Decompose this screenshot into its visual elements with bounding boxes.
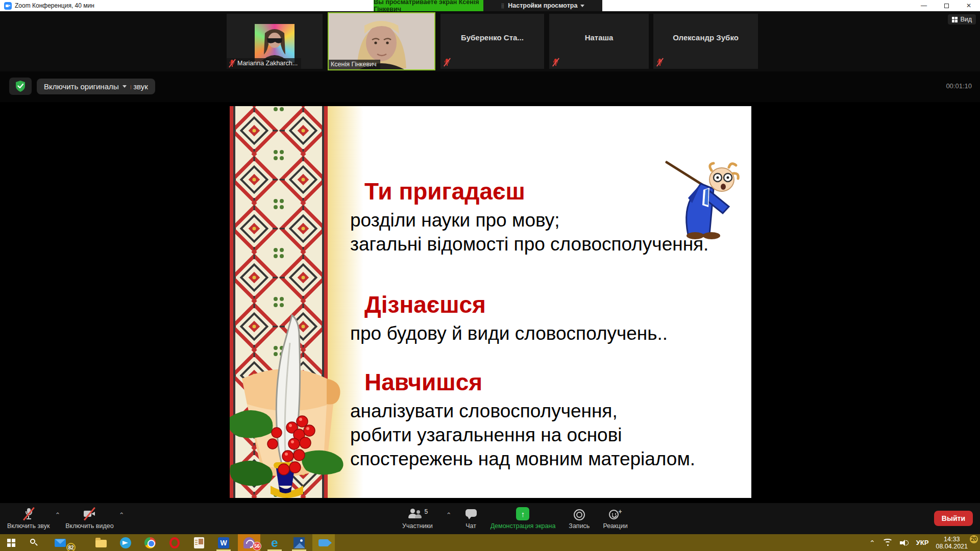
taskbar-telegram[interactable] [114,534,137,551]
record-button[interactable]: Запись [569,504,590,533]
enable-original-sound-button[interactable]: Включить оригинальный звук [37,79,155,94]
reactions-icon: + [609,508,622,520]
photos-icon [293,537,305,548]
taskbar-chrome[interactable] [139,534,161,551]
contact-card-icon [194,537,204,548]
notification-count-badge: 20 [970,535,978,543]
video-camera-icon [318,539,329,546]
speaker-icon[interactable] [900,539,909,547]
shield-check-icon [15,80,26,92]
mail-icon [55,539,66,547]
taskbar-photos-app[interactable] [288,534,310,551]
participant-avatar [255,24,295,63]
mic-muted-icon [656,58,663,66]
tray-time: 14:33 [944,536,960,543]
participants-count: 5 [425,508,428,515]
leave-meeting-button[interactable]: Выйти [934,511,973,526]
meeting-timer: 00:01:10 [946,82,972,90]
section-line: спостережень над мовним матеріалом. [350,447,695,471]
audio-options-chevron[interactable]: ⌃ [55,511,60,519]
mic-muted-icon [229,59,235,67]
chat-icon [465,508,477,520]
taskbar-clock[interactable]: 14:33 08.04.2021 [936,536,968,550]
participant-tile[interactable]: Буберенко Ста... [440,14,544,69]
slide-section: Навчишся аналізувати словосполучення, ро… [350,368,695,471]
mic-muted-icon [22,507,35,520]
taskbar-camera-app-active[interactable] [312,534,335,551]
system-tray: ⌃ УКР 14:33 08.04.2021 20 [869,534,980,551]
presentation-slide: Ти пригадаєш розділи науки про мову; заг… [230,106,751,498]
view-settings-label: Настройки просмотра [508,2,577,9]
mic-muted-icon [444,58,450,66]
taskbar-viber-active[interactable]: 56 [238,534,260,551]
quill-inkwell-viburnum [230,312,349,498]
chevron-down-icon [122,85,127,88]
taskbar-file-explorer[interactable] [90,534,112,551]
word-icon: W [218,537,229,548]
windows-logo-icon [7,539,15,547]
close-button[interactable]: ✕ [958,0,980,11]
taskbar-word[interactable]: W [212,534,235,551]
teacher-cartoon [652,158,744,240]
start-button[interactable] [0,534,22,551]
meeting-controls-toolbar: Включить звук ⌃ Включить видео ⌃ 5 Участ… [0,503,980,534]
zoom-app-icon [4,2,12,10]
share-screen-button[interactable]: ↑ Демонстрация экрана [491,504,556,533]
original-sound-dropdown[interactable] [118,79,131,94]
tray-expand-chevron[interactable]: ⌃ [869,539,875,547]
mail-unread-badge: 82 [66,543,76,551]
section-line: про будову й види словосполучень.. [350,321,668,345]
participants-button[interactable]: 5 Участники [402,504,433,533]
section-heading: Дізнаєшся [364,291,668,318]
taskbar-mail-app[interactable]: 82 [49,534,71,551]
participant-name: Олександр Зубко [653,33,758,42]
video-options-chevron[interactable]: ⌃ [119,511,125,519]
chat-button[interactable]: Чат [465,504,477,533]
share-screen-icon: ↑ [516,507,529,520]
view-mode-button[interactable]: Вид [948,14,976,24]
maximize-icon [944,4,949,8]
taskbar-opera[interactable] [163,534,186,551]
taskbar-contacts-app[interactable] [188,534,210,551]
section-heading: Навчишся [364,368,695,396]
start-video-button[interactable]: Включить видео [65,504,113,533]
grid-view-icon [952,17,958,22]
tray-date: 08.04.2021 [936,543,968,550]
screen-viewing-banner: Вы просматриваете экран Ксенія Гінкевич [374,0,483,11]
slide-section: Дізнаєшся про будову й види словосполуче… [350,291,668,345]
drag-grip-icon: ⣿ [501,3,505,8]
minimize-button[interactable]: — [913,0,935,11]
participants-options-chevron[interactable]: ⌃ [446,511,452,519]
opera-icon [169,537,180,548]
participant-tile[interactable]: Олександр Зубко [653,14,758,69]
participant-name: Наташа [549,33,649,42]
shared-screen-area: Ти пригадаєш розділи науки про мову; заг… [0,102,980,503]
language-indicator[interactable]: УКР [916,539,929,546]
telegram-icon [120,537,131,548]
participants-video-strip: Marianna Zakharch... [0,11,980,71]
participant-name-label: Ксенія Гінкевич [329,60,380,69]
title-bar: Zoom Конференция, 40 мин Вы просматривае… [0,0,980,11]
taskbar-edge[interactable]: e [263,534,286,551]
taskbar-search-button[interactable] [22,534,45,551]
mic-muted-icon [552,58,559,66]
participant-name: Буберенко Ста... [440,33,544,42]
security-shield-chip[interactable] [9,78,32,95]
meeting-sub-bar: Включить оригинальный звук 00:01:10 [0,71,980,102]
wifi-icon[interactable] [883,539,893,546]
section-line: аналізувати словосполучення, [350,399,695,423]
active-speaker-tile[interactable]: Ксенія Гінкевич [328,12,435,70]
zoom-app-window: Zoom Конференция, 40 мин Вы просматривае… [0,0,980,551]
view-settings-dropdown[interactable]: ⣿ Настройки просмотра [483,0,602,11]
reactions-button[interactable]: + Реакции [603,504,627,533]
edge-icon: e [271,537,278,548]
participant-tile[interactable]: Marianna Zakharch... [227,14,323,69]
participant-tile[interactable]: Наташа [549,14,649,69]
maximize-button[interactable] [935,0,958,11]
viber-unread-badge: 56 [253,542,261,550]
unmute-button[interactable]: Включить звук [7,504,50,533]
search-icon [29,538,38,547]
record-icon [574,509,585,520]
chrome-icon [144,537,156,548]
window-title: Zoom Конференция, 40 мин [15,2,94,9]
